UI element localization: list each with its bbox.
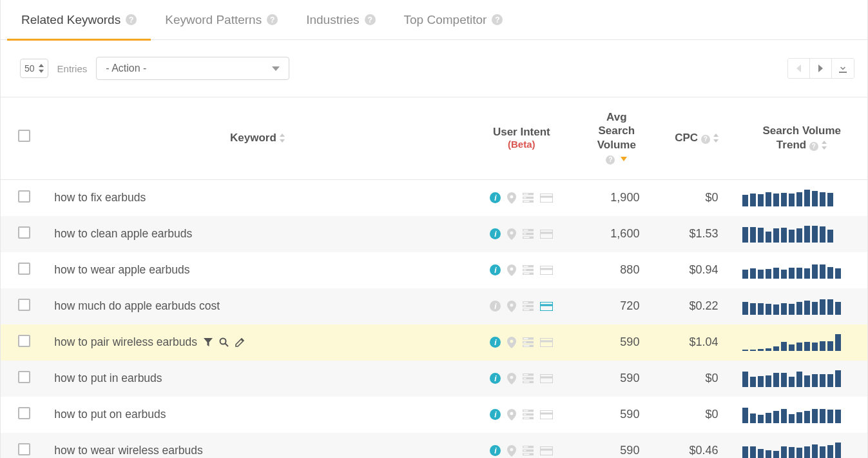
intent-transaction-icon[interactable] bbox=[540, 446, 553, 455]
bulk-action-select[interactable]: - Action - bbox=[96, 57, 289, 80]
entries-per-page-select[interactable]: 50 bbox=[20, 59, 48, 78]
tab-label: Top Competitor bbox=[404, 13, 487, 27]
table-row: how to clean apple earbuds1,600$1.53 bbox=[1, 216, 867, 252]
search-volume-value: 590 bbox=[575, 397, 657, 433]
row-checkbox[interactable] bbox=[18, 263, 30, 275]
intent-info-icon[interactable] bbox=[490, 264, 501, 275]
caret-left-icon bbox=[796, 65, 801, 72]
search-volume-value: 880 bbox=[575, 252, 657, 288]
action-label: - Action - bbox=[106, 63, 146, 74]
search-volume-value: 590 bbox=[575, 433, 657, 459]
row-checkbox[interactable] bbox=[18, 190, 30, 203]
svg-rect-15 bbox=[540, 232, 553, 234]
svg-rect-20 bbox=[524, 270, 526, 271]
filter-icon[interactable] bbox=[204, 338, 213, 347]
intent-transaction-icon[interactable] bbox=[540, 194, 553, 203]
intent-nav-icon[interactable] bbox=[507, 445, 516, 457]
tab-keyword-patterns[interactable]: Keyword Patterns bbox=[151, 0, 292, 40]
table-row: how to put on earbuds590$0 bbox=[1, 397, 867, 433]
help-icon[interactable] bbox=[701, 135, 710, 144]
row-checkbox[interactable] bbox=[18, 226, 30, 239]
cpc-value: $1.04 bbox=[657, 324, 736, 361]
row-checkbox[interactable] bbox=[18, 299, 30, 311]
keyword-text: how to wear apple earbuds bbox=[54, 263, 189, 277]
tab-top-competitor[interactable]: Top Competitor bbox=[390, 0, 517, 40]
svg-rect-14 bbox=[540, 230, 553, 239]
intent-transaction-icon[interactable] bbox=[540, 302, 553, 311]
cpc-value: $0 bbox=[657, 361, 736, 397]
svg-rect-6 bbox=[540, 194, 553, 203]
intent-nav-icon[interactable] bbox=[507, 228, 516, 240]
intent-nav-icon[interactable] bbox=[507, 409, 516, 421]
sort-icon bbox=[713, 134, 719, 143]
intent-compare-icon[interactable] bbox=[523, 446, 534, 455]
sparkline bbox=[742, 370, 861, 387]
tab-label: Keyword Patterns bbox=[165, 13, 262, 27]
intent-info-icon[interactable] bbox=[490, 373, 501, 384]
svg-rect-22 bbox=[540, 266, 553, 275]
pager-prev-button[interactable] bbox=[788, 59, 810, 78]
row-checkbox[interactable] bbox=[18, 443, 30, 455]
row-checkbox[interactable] bbox=[18, 335, 30, 347]
intent-compare-icon[interactable] bbox=[523, 265, 534, 275]
pager-next-button[interactable] bbox=[810, 59, 832, 78]
intent-info-icon[interactable] bbox=[490, 228, 501, 239]
intent-nav-icon[interactable] bbox=[507, 301, 516, 312]
intent-transaction-icon[interactable] bbox=[540, 374, 553, 383]
tab-related-keywords[interactable]: Related Keywords bbox=[7, 0, 151, 40]
intent-icons bbox=[474, 264, 569, 276]
beta-label: (Beta) bbox=[471, 139, 572, 151]
svg-rect-38 bbox=[524, 342, 526, 343]
intent-icons bbox=[474, 373, 569, 384]
col-search-volume[interactable]: Avg Search Volume bbox=[575, 97, 657, 180]
edit-icon[interactable] bbox=[235, 337, 245, 347]
select-all-checkbox[interactable] bbox=[18, 130, 30, 142]
intent-compare-icon[interactable] bbox=[523, 229, 534, 239]
intent-info-icon[interactable] bbox=[490, 192, 501, 203]
intent-compare-icon[interactable] bbox=[523, 373, 534, 383]
search-icon[interactable] bbox=[219, 337, 229, 347]
svg-rect-40 bbox=[540, 338, 553, 347]
svg-rect-30 bbox=[540, 302, 553, 311]
svg-rect-21 bbox=[524, 274, 530, 275]
svg-rect-62 bbox=[524, 450, 526, 452]
col-keyword[interactable]: Keyword bbox=[48, 97, 467, 180]
intent-nav-icon[interactable] bbox=[507, 264, 516, 276]
row-checkbox[interactable] bbox=[18, 407, 30, 419]
col-trend[interactable]: Search Volume Trend bbox=[736, 97, 867, 180]
cpc-value: $1.53 bbox=[657, 216, 736, 252]
svg-rect-23 bbox=[540, 268, 553, 270]
sort-desc-icon bbox=[621, 157, 627, 161]
help-icon[interactable] bbox=[267, 14, 278, 25]
help-icon[interactable] bbox=[126, 14, 137, 25]
help-icon[interactable] bbox=[365, 14, 376, 25]
intent-info-icon[interactable] bbox=[490, 337, 501, 348]
intent-nav-icon[interactable] bbox=[507, 373, 516, 384]
intent-compare-icon[interactable] bbox=[523, 337, 534, 347]
intent-compare-icon[interactable] bbox=[523, 301, 534, 311]
sparkline bbox=[742, 226, 861, 243]
table-row: how to wear apple earbuds880$0.94 bbox=[1, 252, 867, 288]
intent-compare-icon[interactable] bbox=[523, 193, 534, 203]
tab-industries[interactable]: Industries bbox=[292, 0, 389, 40]
export-button[interactable] bbox=[832, 59, 854, 78]
search-volume-value: 1,900 bbox=[575, 180, 657, 216]
help-icon[interactable] bbox=[809, 142, 818, 151]
intent-transaction-icon[interactable] bbox=[540, 230, 553, 239]
col-cpc[interactable]: CPC bbox=[657, 97, 736, 180]
intent-transaction-icon[interactable] bbox=[540, 338, 553, 347]
help-icon[interactable] bbox=[606, 155, 615, 164]
cpc-value: $0.46 bbox=[657, 433, 736, 459]
intent-transaction-icon[interactable] bbox=[540, 410, 553, 419]
intent-info-icon[interactable] bbox=[490, 301, 501, 312]
intent-transaction-icon[interactable] bbox=[540, 266, 553, 275]
intent-nav-icon[interactable] bbox=[507, 192, 516, 204]
row-checkbox[interactable] bbox=[18, 371, 30, 383]
svg-rect-3 bbox=[524, 194, 528, 195]
intent-compare-icon[interactable] bbox=[523, 410, 534, 419]
help-icon[interactable] bbox=[492, 14, 503, 25]
intent-info-icon[interactable] bbox=[490, 409, 501, 420]
intent-nav-icon[interactable] bbox=[507, 337, 516, 348]
cpc-value: $0.94 bbox=[657, 252, 736, 288]
intent-info-icon[interactable] bbox=[490, 445, 501, 456]
